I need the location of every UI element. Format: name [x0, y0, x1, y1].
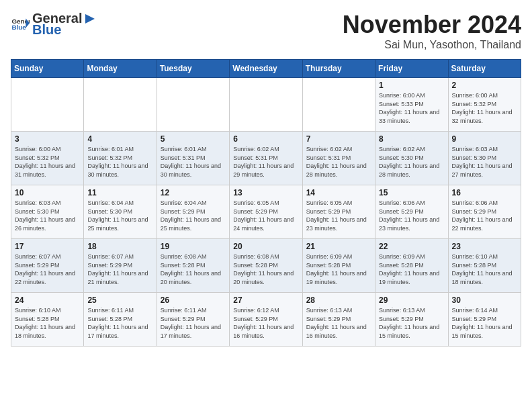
day-info: Sunrise: 6:12 AM Sunset: 5:29 PM Dayligh…: [233, 306, 298, 340]
day-info: Sunrise: 6:00 AM Sunset: 5:32 PM Dayligh…: [452, 91, 517, 125]
page-header: General Blue General Blue November 2024 …: [11, 11, 521, 51]
day-info: Sunrise: 6:02 AM Sunset: 5:31 PM Dayligh…: [306, 145, 371, 179]
day-info: Sunrise: 6:00 AM Sunset: 5:33 PM Dayligh…: [379, 91, 444, 125]
day-number: 2: [452, 81, 517, 90]
day-info: Sunrise: 6:09 AM Sunset: 5:28 PM Dayligh…: [379, 253, 444, 286]
calendar-cell: 7Sunrise: 6:02 AM Sunset: 5:31 PM Daylig…: [302, 132, 375, 185]
day-number: 26: [161, 295, 226, 305]
day-info: Sunrise: 6:13 AM Sunset: 5:29 PM Dayligh…: [379, 306, 444, 340]
day-number: 14: [306, 188, 371, 197]
calendar-cell: 10Sunrise: 6:03 AM Sunset: 5:30 PM Dayli…: [11, 185, 84, 239]
month-year-title: November 2024: [343, 11, 521, 39]
calendar-cell: 19Sunrise: 6:08 AM Sunset: 5:28 PM Dayli…: [157, 239, 229, 293]
svg-text:Blue: Blue: [11, 24, 26, 31]
calendar-cell: 15Sunrise: 6:06 AM Sunset: 5:29 PM Dayli…: [375, 185, 448, 239]
calendar-cell: 8Sunrise: 6:02 AM Sunset: 5:30 PM Daylig…: [375, 132, 448, 185]
day-number: 13: [233, 188, 298, 197]
calendar-cell: 27Sunrise: 6:12 AM Sunset: 5:29 PM Dayli…: [230, 293, 302, 347]
day-number: 3: [15, 134, 80, 144]
day-number: 6: [233, 134, 298, 144]
day-number: 18: [87, 242, 152, 251]
calendar-cell: 20Sunrise: 6:08 AM Sunset: 5:28 PM Dayli…: [230, 239, 302, 293]
day-number: 25: [87, 295, 152, 305]
calendar-cell: 22Sunrise: 6:09 AM Sunset: 5:28 PM Dayli…: [375, 239, 448, 293]
day-info: Sunrise: 6:09 AM Sunset: 5:28 PM Dayligh…: [306, 253, 371, 286]
calendar-cell: 4Sunrise: 6:01 AM Sunset: 5:32 PM Daylig…: [84, 132, 157, 185]
day-info: Sunrise: 6:03 AM Sunset: 5:30 PM Dayligh…: [15, 199, 80, 232]
day-number: 27: [233, 295, 298, 305]
day-info: Sunrise: 6:04 AM Sunset: 5:30 PM Dayligh…: [87, 199, 152, 232]
day-info: Sunrise: 6:00 AM Sunset: 5:32 PM Dayligh…: [15, 145, 80, 179]
day-number: 28: [306, 295, 371, 305]
day-info: Sunrise: 6:10 AM Sunset: 5:28 PM Dayligh…: [452, 253, 517, 286]
calendar-cell: 23Sunrise: 6:10 AM Sunset: 5:28 PM Dayli…: [448, 239, 521, 293]
calendar-week-row: 17Sunrise: 6:07 AM Sunset: 5:29 PM Dayli…: [11, 239, 521, 293]
calendar-cell: 14Sunrise: 6:05 AM Sunset: 5:29 PM Dayli…: [302, 185, 375, 239]
calendar-cell: 25Sunrise: 6:11 AM Sunset: 5:28 PM Dayli…: [84, 293, 157, 347]
day-info: Sunrise: 6:10 AM Sunset: 5:28 PM Dayligh…: [15, 306, 80, 340]
day-number: 1: [379, 81, 444, 90]
calendar-cell: [11, 78, 84, 132]
column-header-tuesday: Tuesday: [157, 60, 229, 78]
calendar-cell: 24Sunrise: 6:10 AM Sunset: 5:28 PM Dayli…: [11, 293, 84, 347]
day-info: Sunrise: 6:08 AM Sunset: 5:28 PM Dayligh…: [233, 253, 298, 286]
day-number: 20: [233, 242, 298, 251]
calendar-week-row: 1Sunrise: 6:00 AM Sunset: 5:33 PM Daylig…: [11, 78, 521, 132]
calendar-cell: 18Sunrise: 6:07 AM Sunset: 5:29 PM Dayli…: [84, 239, 157, 293]
column-header-friday: Friday: [375, 60, 448, 78]
day-number: 30: [452, 295, 517, 305]
day-info: Sunrise: 6:13 AM Sunset: 5:29 PM Dayligh…: [306, 306, 371, 340]
day-number: 5: [161, 134, 226, 144]
calendar-cell: 12Sunrise: 6:04 AM Sunset: 5:29 PM Dayli…: [157, 185, 229, 239]
day-number: 10: [15, 188, 80, 197]
calendar-week-row: 3Sunrise: 6:00 AM Sunset: 5:32 PM Daylig…: [11, 132, 521, 185]
day-number: 8: [379, 134, 444, 144]
day-info: Sunrise: 6:06 AM Sunset: 5:29 PM Dayligh…: [379, 199, 444, 232]
calendar-cell: 5Sunrise: 6:01 AM Sunset: 5:31 PM Daylig…: [157, 132, 229, 185]
calendar-cell: 21Sunrise: 6:09 AM Sunset: 5:28 PM Dayli…: [302, 239, 375, 293]
calendar-cell: 13Sunrise: 6:05 AM Sunset: 5:29 PM Dayli…: [230, 185, 302, 239]
day-number: 29: [379, 295, 444, 305]
day-number: 15: [379, 188, 444, 197]
calendar-cell: 26Sunrise: 6:11 AM Sunset: 5:29 PM Dayli…: [157, 293, 229, 347]
column-header-monday: Monday: [84, 60, 157, 78]
day-number: 7: [306, 134, 371, 144]
day-number: 19: [161, 242, 226, 251]
logo: General Blue General Blue: [11, 11, 98, 38]
svg-marker-3: [85, 14, 95, 24]
calendar-cell: [302, 78, 375, 132]
logo-arrow-icon: [83, 11, 97, 26]
day-info: Sunrise: 6:03 AM Sunset: 5:30 PM Dayligh…: [452, 145, 517, 179]
day-info: Sunrise: 6:05 AM Sunset: 5:29 PM Dayligh…: [306, 199, 371, 232]
column-header-thursday: Thursday: [302, 60, 375, 78]
calendar-cell: 29Sunrise: 6:13 AM Sunset: 5:29 PM Dayli…: [375, 293, 448, 347]
title-block: November 2024 Sai Mun, Yasothon, Thailan…: [343, 11, 521, 51]
day-info: Sunrise: 6:07 AM Sunset: 5:29 PM Dayligh…: [87, 253, 152, 286]
day-number: 16: [452, 188, 517, 197]
day-number: 12: [161, 188, 226, 197]
calendar-cell: [84, 78, 157, 132]
day-number: 4: [87, 134, 152, 144]
column-header-saturday: Saturday: [448, 60, 521, 78]
calendar-cell: 11Sunrise: 6:04 AM Sunset: 5:30 PM Dayli…: [84, 185, 157, 239]
day-number: 9: [452, 134, 517, 144]
day-info: Sunrise: 6:04 AM Sunset: 5:29 PM Dayligh…: [161, 199, 226, 232]
day-number: 11: [87, 188, 152, 197]
day-number: 23: [452, 242, 517, 251]
day-info: Sunrise: 6:14 AM Sunset: 5:29 PM Dayligh…: [452, 306, 517, 340]
day-info: Sunrise: 6:11 AM Sunset: 5:28 PM Dayligh…: [87, 306, 152, 340]
calendar-week-row: 24Sunrise: 6:10 AM Sunset: 5:28 PM Dayli…: [11, 293, 521, 347]
calendar-cell: 16Sunrise: 6:06 AM Sunset: 5:29 PM Dayli…: [448, 185, 521, 239]
calendar-cell: 6Sunrise: 6:02 AM Sunset: 5:31 PM Daylig…: [230, 132, 302, 185]
location-subtitle: Sai Mun, Yasothon, Thailand: [343, 39, 521, 51]
calendar-cell: [157, 78, 229, 132]
calendar-table: SundayMondayTuesdayWednesdayThursdayFrid…: [11, 59, 521, 347]
day-info: Sunrise: 6:07 AM Sunset: 5:29 PM Dayligh…: [15, 253, 80, 286]
calendar-cell: [230, 78, 302, 132]
column-header-sunday: Sunday: [11, 60, 84, 78]
day-number: 17: [15, 242, 80, 251]
calendar-cell: 3Sunrise: 6:00 AM Sunset: 5:32 PM Daylig…: [11, 132, 84, 185]
column-header-wednesday: Wednesday: [230, 60, 302, 78]
calendar-header-row: SundayMondayTuesdayWednesdayThursdayFrid…: [11, 60, 521, 78]
day-info: Sunrise: 6:11 AM Sunset: 5:29 PM Dayligh…: [161, 306, 226, 340]
